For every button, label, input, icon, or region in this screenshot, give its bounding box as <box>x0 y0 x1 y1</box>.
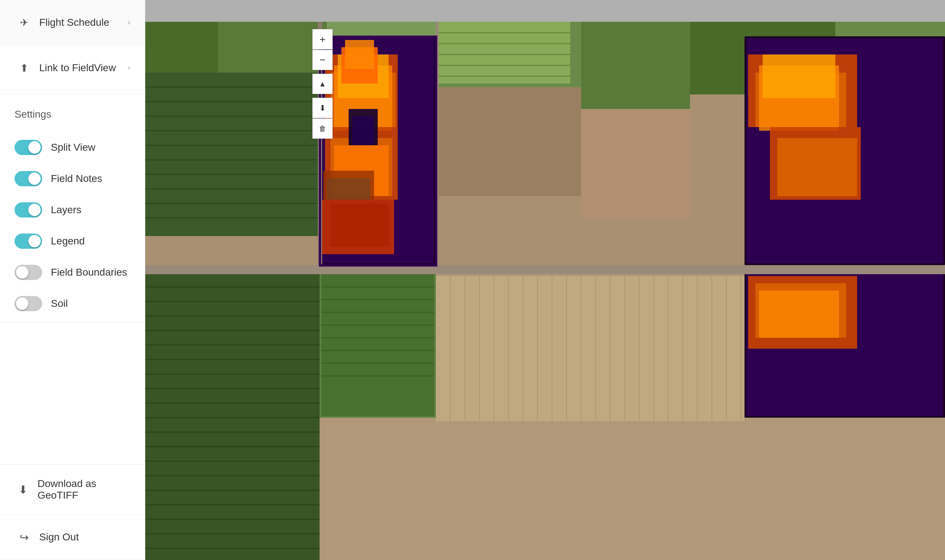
toggle-knob-legend <box>28 235 41 247</box>
download-geotiff-label: Download as GeoTIFF <box>37 478 130 501</box>
toggle-label-field-boundaries: Field Boundaries <box>51 266 127 278</box>
divider-2 <box>0 322 145 323</box>
svg-rect-50 <box>763 54 835 98</box>
svg-rect-91 <box>145 265 945 274</box>
map-canvas <box>145 0 945 560</box>
sign-out-label: Sign Out <box>39 531 79 543</box>
settings-title: Settings <box>14 109 130 120</box>
compass-button[interactable]: ▲ <box>312 74 333 94</box>
toggle-label-layers: Layers <box>51 204 82 216</box>
svg-rect-57 <box>322 274 434 416</box>
toggle-knob-soil <box>16 297 28 310</box>
toggle-legend[interactable] <box>14 234 42 249</box>
svg-rect-115 <box>435 35 437 266</box>
divider-1 <box>0 94 145 94</box>
compass-group: ▲ <box>312 74 333 94</box>
toggle-knob-field-notes <box>28 172 41 185</box>
toggle-row-layers: Layers <box>0 194 145 226</box>
toggle-label-legend: Legend <box>51 235 85 247</box>
settings-section: Settings <box>0 97 145 132</box>
sign-out-icon: ↪ <box>14 528 34 546</box>
toggle-knob-field-boundaries <box>16 266 28 278</box>
toggle-label-split-view: Split View <box>51 142 95 153</box>
svg-rect-116 <box>319 35 437 38</box>
action-item-sign-out[interactable]: ↪ Sign Out <box>0 515 145 560</box>
svg-rect-11 <box>145 72 320 236</box>
toggle-row-field-notes: Field Notes <box>0 163 145 194</box>
download-geotiff-icon: ⬇ <box>14 480 32 499</box>
svg-rect-117 <box>319 265 437 266</box>
flight-schedule-label: Flight Schedule <box>39 17 128 28</box>
toggle-split-view[interactable] <box>14 140 42 155</box>
toggle-label-field-notes: Field Notes <box>51 173 102 185</box>
action-controls-group: ⬇ 🗑 <box>312 98 333 139</box>
svg-rect-52 <box>777 138 857 196</box>
nav-item-link-to-fieldview[interactable]: ⬆ Link to FieldView › <box>0 45 145 91</box>
svg-rect-92 <box>436 276 745 421</box>
action-item-download-geotiff[interactable]: ⬇ Download as GeoTIFF <box>0 465 145 515</box>
toggle-soil[interactable] <box>14 296 42 311</box>
map-download-button[interactable]: ⬇ <box>312 98 333 118</box>
toggle-row-split-view: Split View <box>0 132 145 163</box>
bottom-actions: ⬇ Download as GeoTIFF ↪ Sign Out <box>0 465 145 560</box>
svg-rect-90 <box>759 291 839 338</box>
toggle-row-legend: Legend <box>0 226 145 257</box>
map-top-bar <box>145 0 945 22</box>
svg-rect-3 <box>145 22 218 76</box>
zoom-in-button[interactable]: + <box>312 29 333 49</box>
nav-item-flight-schedule[interactable]: ✈ Flight Schedule › <box>0 0 145 45</box>
svg-rect-42 <box>352 116 374 145</box>
link-to-fieldview-label: Link to FieldView <box>39 62 128 74</box>
svg-rect-44 <box>327 178 371 200</box>
toggle-field-notes[interactable] <box>14 171 42 186</box>
toggle-row-soil: Soil <box>0 288 145 319</box>
svg-rect-35 <box>345 40 374 69</box>
zoom-out-button[interactable]: − <box>312 50 333 70</box>
flight-schedule-chevron: › <box>128 18 130 27</box>
map-area: + − ▲ ⬇ 🗑 <box>145 0 945 560</box>
link-to-fieldview-chevron: › <box>128 63 130 72</box>
toggle-field-boundaries[interactable] <box>14 265 42 280</box>
toggle-knob-layers <box>28 204 41 216</box>
map-controls: + − ▲ ⬇ 🗑 <box>312 29 333 142</box>
sidebar: ✈ Flight Schedule › ⬆ Link to FieldView … <box>0 0 145 560</box>
svg-rect-22 <box>436 22 570 83</box>
toggle-knob-split-view <box>28 141 41 154</box>
toggle-label-soil: Soil <box>51 298 68 309</box>
map-delete-button[interactable]: 🗑 <box>312 118 333 139</box>
svg-rect-40 <box>331 203 389 247</box>
link-to-fieldview-icon: ⬆ <box>14 58 34 77</box>
svg-rect-10 <box>581 109 690 218</box>
flight-schedule-icon: ✈ <box>14 13 34 32</box>
svg-rect-6 <box>581 22 690 112</box>
svg-rect-9 <box>436 87 581 196</box>
toggle-layers[interactable] <box>14 202 42 217</box>
zoom-controls-group: + − <box>312 29 333 70</box>
toggle-row-field-boundaries: Field Boundaries <box>0 257 145 288</box>
